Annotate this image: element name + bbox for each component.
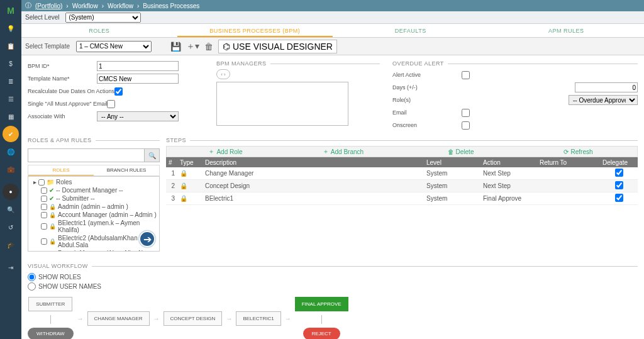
steps-table: # Type Description Level Action Return T… <box>166 157 638 205</box>
refresh-button[interactable]: ⟳Refresh <box>519 148 637 155</box>
sliders-icon[interactable]: ☰ <box>3 91 19 107</box>
briefcase-icon[interactable]: 💼 <box>3 161 19 177</box>
lock-icon: 🔒 <box>180 182 187 189</box>
bars-icon[interactable]: ≣ <box>3 73 19 89</box>
flow-diagram: SUBMITTER WITHDRAW → CHANGE MANAGER → CO… <box>28 297 638 339</box>
arrow-icon: → <box>77 315 84 322</box>
search-icon[interactable]: 🔍 <box>3 201 19 218</box>
plus-icon: ＋ <box>208 147 214 156</box>
refresh-icon: ⟳ <box>564 148 569 155</box>
overdue-legend: OVERDUE ALERT <box>392 60 448 67</box>
breadcrumb: ⓘ (Portfolio) › Workflow › Workflow › Bu… <box>21 0 644 11</box>
breadcrumb-portfolio[interactable]: (Portfolio) <box>35 3 62 9</box>
alert-active-label: Alert Active <box>392 72 462 78</box>
days-label: Days (+/-) <box>392 84 462 91</box>
assoc-select[interactable]: -- Any -- <box>97 111 179 121</box>
plus-icon: ＋ <box>323 147 329 156</box>
tab-defaults[interactable]: DEFAULTS <box>333 24 489 37</box>
node-withdraw[interactable]: WITHDRAW <box>28 328 74 339</box>
node-submitter[interactable]: SUBMITTER <box>28 297 72 311</box>
undo-icon[interactable]: ↺ <box>3 219 19 235</box>
days-input[interactable] <box>575 82 638 92</box>
left-sidebar: M 💡 📋 $ ≣ ☰ ▦ ✔ 🌐 💼 ● 🔍 ↺ 🎓 ⇥ <box>0 0 21 339</box>
add-role-button[interactable]: ＋Add Role <box>167 147 284 156</box>
node-belectric1[interactable]: BELECTRIC1 <box>236 311 280 326</box>
avatar-icon[interactable]: ● <box>3 184 19 200</box>
subtab-roles[interactable]: ROLES <box>28 165 94 175</box>
select-template-dropdown[interactable]: 1 – CMCS New <box>76 41 152 52</box>
save-icon[interactable]: 💾 <box>170 42 181 52</box>
rules-legend: ROLES & APM RULES <box>28 137 96 143</box>
onscreen-label: Onscreen <box>392 122 462 128</box>
single-label: Single "All Must Approve" Email <box>28 101 107 107</box>
bpmid-label: BPM ID* <box>28 63 97 69</box>
grid-icon[interactable]: ▦ <box>3 108 19 125</box>
main-tabs: ROLES BUSINESS PROCESSES (BPM) DEFAULTS … <box>21 24 644 38</box>
email-checkbox[interactable] <box>462 109 470 117</box>
table-row[interactable]: 1🔒Change ManagerSystemNext Step <box>166 167 638 180</box>
recalc-checkbox[interactable] <box>114 87 123 96</box>
clipboard-icon[interactable]: 📋 <box>3 38 19 54</box>
bpmid-input[interactable] <box>97 61 179 71</box>
rules-search-input[interactable] <box>28 149 144 162</box>
lock-icon: 🔒 <box>180 195 187 202</box>
single-checkbox[interactable] <box>107 100 115 108</box>
select-level-dropdown[interactable]: (System) <box>65 13 141 23</box>
node-concept-design[interactable]: CONCEPT DESIGN <box>164 311 223 326</box>
visual-designer-button[interactable]: ⌬USE VISUAL DESIGNER <box>218 40 337 53</box>
table-row[interactable]: 2🔒Concept DesignSystemNext Step <box>166 180 638 192</box>
roles-select[interactable]: -- Overdue Approver -- <box>569 95 638 105</box>
tree-next-button[interactable]: ➔ <box>139 231 155 247</box>
delete-step-button[interactable]: 🗑Delete <box>402 148 519 155</box>
breadcrumb-1: Workflow <box>72 3 98 9</box>
delete-icon[interactable]: 🗑 <box>204 42 213 52</box>
tab-apm[interactable]: APM RULES <box>489 24 645 37</box>
breadcrumb-3: Business Processes <box>143 3 199 9</box>
subtab-branch[interactable]: BRANCH RULES <box>94 165 159 175</box>
delegate-checkbox[interactable] <box>615 169 623 177</box>
flow-icon: ⌬ <box>223 42 230 52</box>
tab-roles[interactable]: ROLES <box>21 24 177 37</box>
lock-icon: 🔒 <box>49 223 56 230</box>
info-icon[interactable]: ⓘ <box>25 1 31 10</box>
add-icon[interactable]: ＋▾ <box>186 41 199 52</box>
show-roles-radio[interactable]: SHOW ROLES <box>28 273 638 281</box>
rules-search-button[interactable]: 🔍 <box>144 149 159 162</box>
roles-tree[interactable]: ▸📁Roles ✔-- Document Manager -- ✔-- Subm… <box>28 176 160 252</box>
node-final-approve[interactable]: FINAL APPROVE <box>295 297 348 311</box>
add-branch-button[interactable]: ＋Add Branch <box>284 147 402 156</box>
bpm-managers-box[interactable] <box>216 82 348 126</box>
tname-input[interactable] <box>97 74 179 84</box>
vwf-legend: VISUAL WORKFLOW <box>28 263 92 269</box>
roles-label: Role(s) <box>392 97 462 103</box>
app-logo-icon[interactable]: M <box>3 3 19 19</box>
steps-legend: STEPS <box>166 137 190 143</box>
show-users-radio[interactable]: SHOW USER NAMES <box>28 282 638 291</box>
bpm-pager[interactable]: ‹ › <box>216 69 230 79</box>
arrow-icon: → <box>285 315 291 322</box>
lock-icon: 🔒 <box>49 204 56 210</box>
breadcrumb-2: Workflow <box>108 3 133 9</box>
bpm-managers-legend: BPM MANAGERS <box>216 60 270 67</box>
recalc-label: Recalculate Due Dates On Actions <box>28 88 114 94</box>
exit-icon[interactable]: ⇥ <box>3 259 19 275</box>
globe-icon[interactable]: 🌐 <box>3 143 19 160</box>
arrow-icon: → <box>226 315 232 322</box>
lock-icon: 🔒 <box>49 212 56 218</box>
select-template-label: Select Template <box>25 43 70 50</box>
onscreen-checkbox[interactable] <box>462 121 470 130</box>
bulb-icon[interactable]: 💡 <box>3 20 19 36</box>
grad-icon[interactable]: 🎓 <box>3 236 19 253</box>
alert-active-checkbox[interactable] <box>462 71 470 79</box>
select-level-label: Select Level <box>25 14 59 21</box>
dollar-icon[interactable]: $ <box>3 55 19 72</box>
check-icon[interactable]: ✔ <box>3 126 19 142</box>
delegate-checkbox[interactable] <box>615 194 623 202</box>
table-row[interactable]: 3🔒BElectric1SystemFinal Approve <box>166 192 638 205</box>
lock-icon: 🔒 <box>49 238 56 245</box>
delegate-checkbox[interactable] <box>615 181 623 189</box>
assoc-label: Associate With <box>28 113 97 119</box>
node-reject[interactable]: REJECT <box>303 328 340 339</box>
tab-bpm[interactable]: BUSINESS PROCESSES (BPM) <box>177 24 333 37</box>
node-change-manager[interactable]: CHANGE MANAGER <box>87 311 150 326</box>
